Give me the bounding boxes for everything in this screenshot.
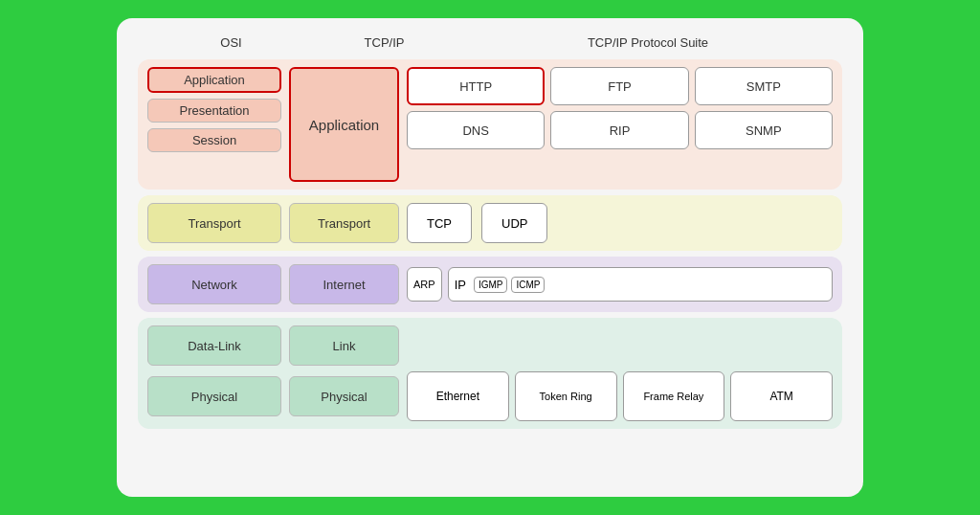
- datalink-physical-band: Data-Link Link Physical Physical Etherne…: [138, 318, 842, 429]
- datalink-inner: Data-Link Link: [147, 325, 833, 366]
- transport-band: Transport Transport TCP UDP: [138, 195, 842, 251]
- app-session-band: Application Presentation Session Applica…: [138, 59, 842, 190]
- icmp-box: ICMP: [511, 277, 545, 293]
- tcpip-transport-box: Transport: [289, 203, 399, 243]
- osi-application-box: Application: [147, 67, 281, 93]
- frame-relay-box: Frame Relay: [623, 371, 725, 421]
- udp-box: UDP: [481, 203, 547, 243]
- rip-box: RIP: [550, 111, 688, 149]
- osi-network-box: Network: [147, 264, 281, 304]
- suite-app-protocols: HTTP FTP SMTP DNS RIP SNMP: [407, 67, 833, 149]
- osi-app-col: Application Presentation Session: [147, 67, 281, 152]
- osi-datalink-box: Data-Link: [147, 325, 281, 366]
- arp-box: ARP: [407, 267, 442, 302]
- suite-transport: TCP UDP: [407, 203, 833, 243]
- osi-session-box: Session: [147, 128, 281, 152]
- ftp-box: FTP: [550, 67, 688, 105]
- ethernet-box: Ethernet: [407, 371, 509, 421]
- osi-physical-box: Physical: [147, 376, 281, 416]
- dns-box: DNS: [407, 111, 545, 149]
- igmp-box: IGMP: [474, 277, 508, 293]
- suite-physical: Ethernet Token Ring Frame Relay ATM: [407, 371, 833, 421]
- tcpip-link-box: Link: [289, 325, 399, 366]
- suite-header: TCP/IP Protocol Suite: [454, 35, 842, 50]
- tcpip-internet-box: Internet: [289, 264, 399, 304]
- ip-label: IP: [455, 278, 466, 292]
- ip-group: IP IGMP ICMP: [448, 267, 833, 302]
- atm-box: ATM: [730, 371, 833, 421]
- token-ring-box: Token Ring: [515, 371, 617, 421]
- network-band: Network Internet ARP IP IGMP ICMP: [138, 257, 842, 312]
- tcpip-header: TCP/IP: [315, 35, 454, 50]
- diagram-container: OSI TCP/IP TCP/IP Protocol Suite Applica…: [117, 18, 863, 497]
- tcpip-application-box: Application: [289, 67, 399, 182]
- tcp-box: TCP: [407, 203, 472, 243]
- http-box: HTTP: [407, 67, 545, 105]
- tcpip-physical-box: Physical: [289, 376, 399, 416]
- snmp-box: SNMP: [695, 111, 833, 149]
- osi-transport-box: Transport: [147, 203, 281, 243]
- suite-network: ARP IP IGMP ICMP: [407, 267, 833, 302]
- osi-presentation-box: Presentation: [147, 99, 281, 123]
- smtp-box: SMTP: [695, 67, 833, 105]
- physical-inner: Physical Physical Ethernet Token Ring Fr…: [147, 371, 833, 421]
- osi-header: OSI: [147, 35, 315, 50]
- column-headers: OSI TCP/IP TCP/IP Protocol Suite: [138, 35, 842, 50]
